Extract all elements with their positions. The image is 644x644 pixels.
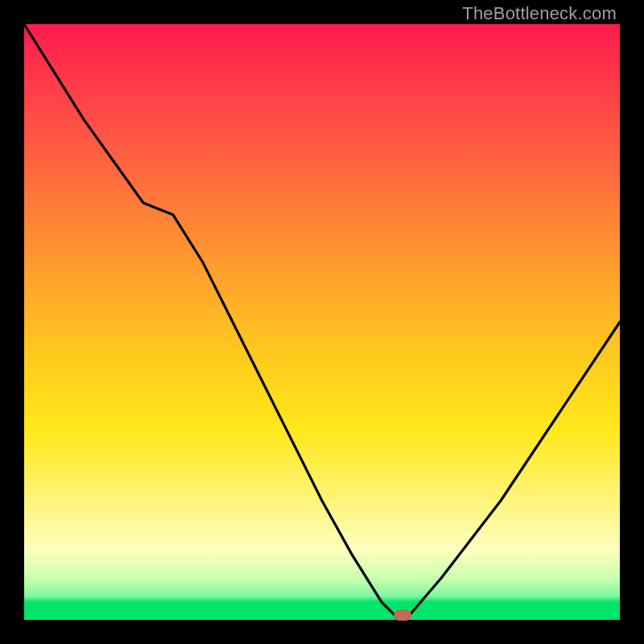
watermark-text: TheBottleneck.com: [462, 3, 617, 24]
plot-area: [24, 24, 620, 620]
bottleneck-curve: [24, 24, 620, 620]
chart-frame: TheBottleneck.com: [0, 0, 644, 644]
optimal-marker: [394, 609, 411, 621]
curve-path: [24, 24, 620, 620]
